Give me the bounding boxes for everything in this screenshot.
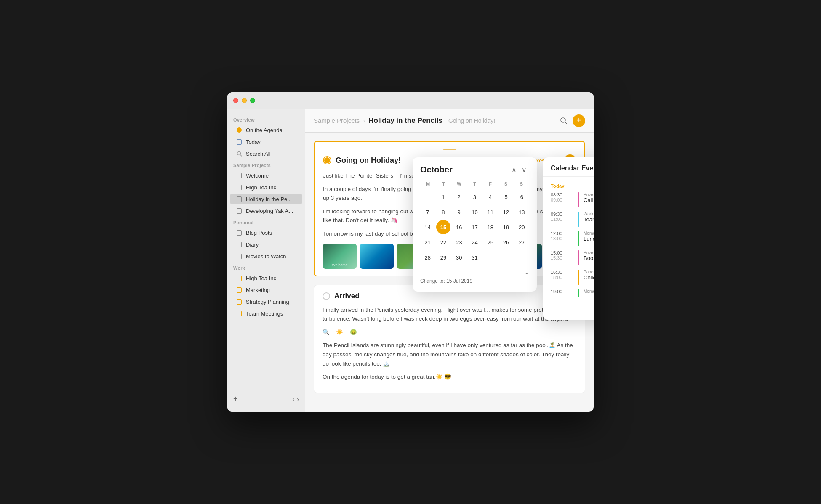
cal-day-25[interactable]: 25 — [483, 235, 498, 249]
sidebar-item-movies-to-watch[interactable]: Movies to Watch — [230, 251, 302, 262]
scroll-indicator — [443, 149, 456, 150]
today-icon — [236, 138, 243, 145]
sidebar-label-high-tea-inc-work: High Tea Inc. — [246, 275, 278, 281]
cal-day-30[interactable]: 30 — [452, 250, 466, 265]
cal-day-17[interactable]: 17 — [467, 220, 482, 234]
cal-day-2[interactable]: 2 — [452, 190, 466, 204]
movies-icon — [236, 253, 243, 260]
sidebar-item-search-all[interactable]: Search All — [230, 148, 302, 159]
cal-day-9[interactable]: 9 — [452, 205, 466, 219]
calendar-chevron-down[interactable]: ⌄ — [524, 269, 529, 276]
cal-day-16[interactable]: 16 — [452, 220, 466, 234]
weekday-w: W — [451, 180, 467, 187]
cal-day-22[interactable]: 22 — [436, 235, 450, 249]
calendar-prev-button[interactable]: ∧ — [509, 165, 519, 175]
sidebar-item-marketing[interactable]: Marketing — [230, 284, 302, 295]
sidebar-label-today: Today — [246, 139, 261, 145]
cal-day-10[interactable]: 10 — [467, 205, 482, 219]
header-add-button[interactable]: + — [573, 114, 585, 127]
weekday-t2: T — [467, 180, 482, 187]
breadcrumb-part1: Sample Projects — [314, 117, 360, 124]
arrived-line-0: Finally arrived in the Pencils yesterday… — [323, 305, 576, 324]
cal-day-31[interactable]: 31 — [467, 250, 482, 265]
calendar-events-footer: Cancel Assign Date — [543, 305, 594, 320]
sidebar-label-team-meetings: Team Meetings — [246, 310, 283, 317]
cal-day-21[interactable]: 21 — [421, 235, 435, 249]
event-collect-gear: 16:30 18:00 Papers - Exchange Collect Ge… — [543, 268, 594, 287]
event-details-book-flights: Privé Book Flights — [584, 250, 594, 261]
sidebar-nav-forward[interactable]: › — [297, 396, 299, 403]
event-end-lunch-janice: 13:00 — [551, 236, 574, 241]
sidebar-item-blog-posts[interactable]: Blog Posts — [230, 227, 302, 238]
sidebar-item-developing-yak[interactable]: Developing Yak A... — [230, 205, 302, 216]
cal-day-6[interactable]: 6 — [514, 190, 529, 204]
cal-day-27[interactable]: 27 — [514, 235, 529, 249]
cal-day-24[interactable]: 24 — [467, 235, 482, 249]
sidebar-item-today[interactable]: Today — [230, 136, 302, 147]
calendar-month-title: October — [420, 165, 509, 175]
event-name-book-flights: Book Flights — [584, 255, 594, 261]
photo-2[interactable] — [360, 244, 394, 269]
minimize-button[interactable] — [242, 98, 247, 103]
sidebar-item-team-meetings[interactable]: Team Meetings — [230, 308, 302, 319]
sidebar-item-on-the-agenda[interactable]: On the Agenda — [230, 125, 302, 135]
cal-day-7[interactable]: 7 — [421, 205, 435, 219]
search-icon-header[interactable] — [560, 117, 568, 125]
event-bar-momenta-last — [578, 289, 579, 297]
calendar-events-title: Calendar Events — [551, 164, 594, 172]
event-time-book-flights: 15:00 15:30 — [551, 250, 574, 260]
sidebar-item-high-tea-inc[interactable]: High Tea Inc. — [230, 182, 302, 193]
cal-day-11[interactable]: 11 — [483, 205, 498, 219]
cal-day-23[interactable]: 23 — [452, 235, 466, 249]
cal-day-12[interactable]: 12 — [499, 205, 513, 219]
cal-day-empty-4 — [514, 250, 529, 265]
calendar-next-button[interactable]: ∨ — [519, 165, 529, 175]
close-button[interactable] — [233, 98, 238, 103]
sidebar-item-high-tea-inc-work[interactable]: High Tea Inc. — [230, 273, 302, 284]
blog-icon — [236, 229, 243, 236]
event-team-meeting: 09:30 11:00 Work Team Meeting — [543, 210, 594, 229]
sidebar-item-strategy-planning[interactable]: Strategy Planning — [230, 296, 302, 307]
sidebar-nav-back[interactable]: ‹ — [293, 396, 295, 403]
cal-day-4[interactable]: 4 — [483, 190, 498, 204]
cal-day-empty-1 — [421, 190, 435, 204]
cal-day-18[interactable]: 18 — [483, 220, 498, 234]
cal-day-28[interactable]: 28 — [421, 250, 435, 265]
cal-day-19[interactable]: 19 — [499, 220, 513, 234]
weekday-s1: S — [498, 180, 514, 187]
sidebar-label-blog-posts: Blog Posts — [246, 230, 272, 236]
cal-day-14[interactable]: 14 — [421, 220, 435, 234]
cal-day-8[interactable]: 8 — [436, 205, 450, 219]
photo-1[interactable]: Welcome — [323, 244, 357, 269]
welcome-icon — [236, 172, 243, 179]
cal-day-empty-2 — [483, 250, 498, 265]
event-bar-lunch-janice — [578, 231, 579, 246]
calendar-footer: ⌄ — [420, 269, 529, 276]
sidebar-add-button[interactable]: + — [233, 395, 238, 403]
sidebar-label-diary: Diary — [246, 241, 259, 248]
cal-day-20[interactable]: 20 — [514, 220, 529, 234]
cal-day-26[interactable]: 26 — [499, 235, 513, 249]
sidebar-item-welcome[interactable]: Welcome — [230, 170, 302, 181]
cal-day-29[interactable]: 29 — [436, 250, 450, 265]
sidebar-label-strategy-planning: Strategy Planning — [246, 299, 289, 305]
calendar-events-list: Today 08:30 09:00 Privé Call Tom — [543, 177, 594, 305]
cal-day-3[interactable]: 3 — [467, 190, 482, 204]
cal-day-5[interactable]: 5 — [499, 190, 513, 204]
holiday-icon — [236, 196, 243, 202]
event-category-momenta-last: Momenta — [584, 289, 594, 294]
cal-day-15-today[interactable]: 15 — [436, 220, 450, 234]
sample-projects-section-label: Sample Projects — [227, 159, 305, 170]
cal-day-13[interactable]: 13 — [514, 205, 529, 219]
title-bar — [227, 92, 594, 109]
sidebar-item-diary[interactable]: Diary — [230, 239, 302, 250]
weekday-f: F — [482, 180, 498, 187]
breadcrumb-tag: Going on Holiday! — [448, 117, 495, 124]
cal-day-1[interactable]: 1 — [436, 190, 450, 204]
event-details-lunch-janice: Momenta Lunch with Janice — [584, 231, 594, 242]
sidebar-item-holiday-in-pe[interactable]: Holiday in the Pe... — [230, 194, 302, 204]
fullscreen-button[interactable] — [250, 98, 255, 103]
entry-header-arrived: Arrived — [323, 292, 576, 300]
calendar-days: 1 2 3 4 5 6 7 8 9 10 11 12 13 14 15 16 1… — [420, 190, 529, 265]
event-time-momenta-last: 19:00 — [551, 289, 574, 294]
